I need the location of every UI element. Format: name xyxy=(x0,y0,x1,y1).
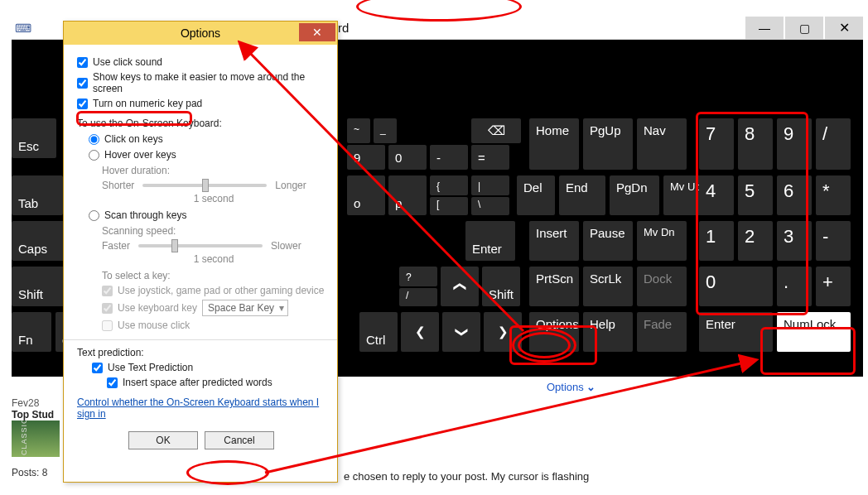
ok-button[interactable]: OK xyxy=(128,431,198,449)
key-fn[interactable]: Fn xyxy=(12,312,51,352)
checkbox-show-keys-input[interactable] xyxy=(77,78,88,89)
numpad-divide[interactable]: / xyxy=(816,118,851,170)
key-pipe[interactable]: | xyxy=(471,175,509,195)
key-pgup[interactable]: PgUp xyxy=(583,118,633,170)
key-dock[interactable]: Dock xyxy=(637,267,687,306)
key-shift-right[interactable]: Shift xyxy=(482,267,520,306)
scan-slider[interactable] xyxy=(138,244,263,248)
scan-slider-caption: 1 second xyxy=(102,253,326,265)
key-help[interactable]: Help xyxy=(583,312,633,352)
key-left[interactable]: ❮ xyxy=(401,312,439,352)
checkbox-click-sound[interactable]: Use click sound xyxy=(77,56,326,68)
key-del[interactable]: Del xyxy=(517,175,555,215)
checkbox-mouse-click-input[interactable] xyxy=(102,320,113,331)
key-down[interactable]: ❯ xyxy=(442,312,480,352)
options-link-label: Options xyxy=(547,381,584,393)
key-pause[interactable]: Pause xyxy=(583,221,633,261)
checkbox-mouse-click[interactable]: Use mouse click xyxy=(102,320,326,331)
key-0[interactable]: 0 xyxy=(388,145,427,170)
checkbox-click-sound-input[interactable] xyxy=(77,57,88,68)
cancel-button[interactable]: Cancel xyxy=(205,431,274,449)
key-prtscn[interactable]: PrtScn xyxy=(529,267,579,306)
key-backspace[interactable]: ⌫ xyxy=(471,118,521,143)
options-dialog-title: Options xyxy=(64,26,337,40)
key-slash[interactable]: / xyxy=(399,288,437,306)
options-dialog-titlebar[interactable]: Options ✕ xyxy=(64,22,337,45)
checkbox-insert-space[interactable]: Insert space after predicted words xyxy=(107,377,326,388)
key-esc[interactable]: Esc xyxy=(12,118,56,158)
key-enter[interactable]: Enter xyxy=(465,221,515,261)
key-scrlk[interactable]: ScrLk xyxy=(583,267,633,306)
key-equals[interactable]: = xyxy=(471,145,509,170)
checkbox-numeric-keypad[interactable]: Turn on numeric key pad xyxy=(77,98,326,109)
numpad-9[interactable]: 9 xyxy=(777,118,812,170)
key-pgdn[interactable]: PgDn xyxy=(610,175,659,215)
scan-slider-thumb[interactable] xyxy=(171,239,178,252)
startup-link[interactable]: Control whether the On-Screen Keyboard s… xyxy=(77,396,326,420)
key-nav[interactable]: Nav xyxy=(637,118,687,170)
numpad-4[interactable]: 4 xyxy=(699,175,734,215)
hover-slider-thumb[interactable] xyxy=(202,179,209,192)
keyboard-key-select[interactable]: Space Bar Key xyxy=(202,300,288,316)
checkbox-show-keys[interactable]: Show keys to make it easier to move arou… xyxy=(77,71,326,94)
key-backslash[interactable]: \ xyxy=(471,197,509,215)
hover-slider[interactable] xyxy=(142,184,267,187)
key-minus[interactable]: - xyxy=(430,145,468,170)
key-o[interactable]: o xyxy=(347,175,385,215)
radio-hover-over-keys[interactable]: Hover over keys xyxy=(89,149,326,161)
key-9[interactable]: 9 xyxy=(347,145,385,170)
chevron-up-icon: ❮ xyxy=(452,281,467,292)
checkbox-text-prediction-input[interactable] xyxy=(92,363,103,373)
checkbox-numeric-keypad-input[interactable] xyxy=(77,99,88,109)
checkbox-mouse-click-label: Use mouse click xyxy=(118,320,190,331)
key-home[interactable]: Home xyxy=(529,118,579,170)
key-lbracket[interactable]: [ xyxy=(430,197,468,215)
numpad-8[interactable]: 8 xyxy=(738,118,773,170)
checkbox-joystick[interactable]: Use joystick, game pad or other gaming d… xyxy=(102,285,326,296)
numpad-numlock[interactable]: NumLock xyxy=(777,312,851,352)
numpad-enter[interactable]: Enter xyxy=(699,312,773,352)
key-right[interactable]: ❯ xyxy=(484,312,522,352)
numpad-1[interactable]: 1 xyxy=(699,221,734,261)
key-options[interactable]: Options xyxy=(529,312,579,352)
options-dialog-close-button[interactable]: ✕ xyxy=(299,23,335,41)
radio-click-on-keys-input[interactable] xyxy=(89,134,99,145)
numpad-dot[interactable]: . xyxy=(777,267,812,306)
key-up[interactable]: ❮ xyxy=(441,267,479,306)
key-question[interactable]: ? xyxy=(399,267,437,286)
checkbox-joystick-input[interactable] xyxy=(102,286,113,296)
numpad-5[interactable]: 5 xyxy=(738,175,773,215)
numpad-add[interactable]: + xyxy=(816,267,851,306)
key-lbrace[interactable]: { xyxy=(430,175,468,195)
numpad-subtract[interactable]: - xyxy=(816,221,851,261)
minimize-button[interactable]: — xyxy=(745,17,784,40)
radio-click-on-keys[interactable]: Click on keys xyxy=(89,133,326,145)
numpad-2[interactable]: 2 xyxy=(738,221,773,261)
key-p[interactable]: p xyxy=(388,175,427,215)
key-under[interactable]: _ xyxy=(374,118,397,143)
radio-scan-through-keys-input[interactable] xyxy=(89,210,99,221)
key-tilde[interactable]: ~ xyxy=(347,118,370,143)
checkbox-keyboard-key-input[interactable] xyxy=(102,303,113,314)
key-fade[interactable]: Fade xyxy=(637,312,687,352)
numpad-7[interactable]: 7 xyxy=(699,118,734,170)
options-dropdown-link[interactable]: Options ⌄ xyxy=(547,381,596,393)
checkbox-text-prediction[interactable]: Use Text Prediction xyxy=(92,362,326,373)
close-button[interactable]: ✕ xyxy=(825,17,863,40)
key-mvdn[interactable]: Mv Dn xyxy=(637,221,687,261)
numpad-6[interactable]: 6 xyxy=(777,175,812,215)
radio-scan-through-keys[interactable]: Scan through keys xyxy=(89,209,326,221)
slider-slower-label: Slower xyxy=(271,240,301,252)
numpad-3[interactable]: 3 xyxy=(777,221,812,261)
key-ctrl[interactable]: Ctrl xyxy=(359,312,398,352)
behind-date: Fev28 xyxy=(12,397,54,409)
numpad-multiply[interactable]: * xyxy=(816,175,851,215)
key-end[interactable]: End xyxy=(559,175,605,215)
numpad-0[interactable]: 0 xyxy=(699,267,773,306)
radio-hover-over-keys-input[interactable] xyxy=(89,150,99,161)
key-caps[interactable]: Caps xyxy=(12,221,70,261)
maximize-button[interactable]: ▢ xyxy=(785,17,823,40)
key-tab[interactable]: Tab xyxy=(12,175,63,215)
key-insert[interactable]: Insert xyxy=(529,221,579,261)
checkbox-insert-space-input[interactable] xyxy=(107,377,118,388)
